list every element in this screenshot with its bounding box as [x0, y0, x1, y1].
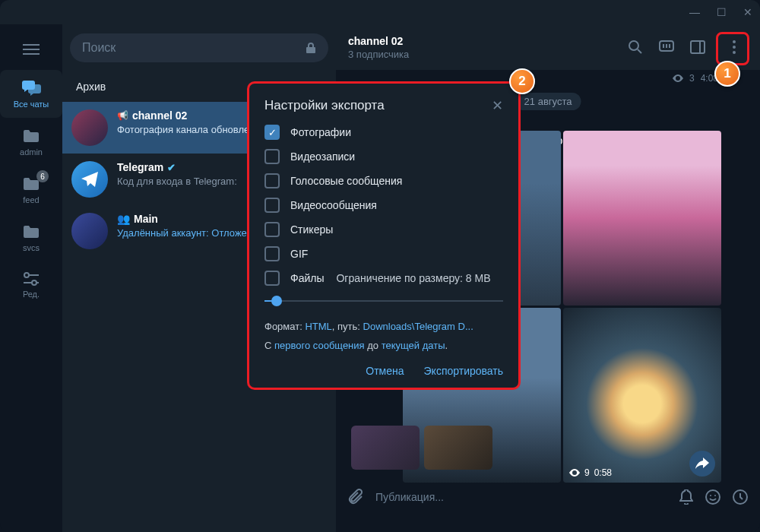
attach-icon[interactable] [348, 489, 363, 505]
media-meta: 9 0:58 [569, 467, 612, 478]
chat-header: channel 02 3 подписчика [336, 24, 760, 70]
format-line: Формат: HTML, путь: Downloads\Telegram D… [264, 321, 503, 332]
channel-sub: 3 подписчика [348, 49, 409, 60]
opt-label: Фотографии [290, 126, 351, 138]
thumbnail-row [351, 426, 492, 470]
verified-icon: ✔ [167, 162, 176, 173]
date-separator: 21 августа [515, 93, 581, 110]
lock-icon [306, 42, 316, 54]
chat-title: Telegram [117, 161, 163, 173]
opt-label: Стикеры [290, 223, 333, 236]
rail-feed[interactable]: 6 feed [0, 167, 62, 214]
rail-label: admin [20, 147, 43, 157]
folder-icon [22, 128, 40, 144]
input-bar: Публикация... [336, 477, 760, 517]
opt-label: Файлы [290, 272, 324, 284]
checkbox-videomsg[interactable] [264, 198, 280, 213]
titlebar: — ☐ ✕ [0, 0, 760, 24]
svg-point-1 [32, 280, 36, 285]
channel-title[interactable]: channel 02 [348, 35, 409, 47]
path-link[interactable]: Downloads\Telegram D... [363, 321, 473, 332]
size-limit: Ограничение по размеру: 8 MB [336, 272, 490, 284]
people-icon: 👥 [117, 213, 130, 225]
opt-label: Видеосообщения [290, 199, 377, 211]
svg-point-6 [733, 46, 736, 49]
more-button[interactable] [720, 33, 748, 61]
media-thumbnail[interactable] [424, 426, 492, 470]
left-rail: Все чаты admin 6 feed svcs Ред. [0, 24, 62, 532]
annotation-badge-1: 1 [714, 61, 740, 87]
rail-label: feed [23, 195, 39, 204]
close-button[interactable]: ✕ [492, 97, 503, 114]
rail-label: Все чаты [14, 100, 49, 109]
cancel-button[interactable]: Отмена [366, 365, 404, 377]
checkbox-voice[interactable] [264, 173, 280, 188]
checkbox-files[interactable] [264, 271, 280, 286]
checkbox-gif[interactable] [264, 246, 280, 261]
checkbox-photos[interactable]: ✓ [264, 125, 280, 140]
chats-icon [21, 79, 42, 96]
avatar [71, 213, 108, 249]
from-link[interactable]: первого сообщения [274, 340, 365, 351]
annotation-badge-2: 2 [509, 68, 535, 94]
svg-point-5 [733, 40, 736, 43]
rail-edit[interactable]: Ред. [0, 263, 62, 308]
search-placeholder: Поиск [82, 41, 116, 55]
svg-point-9 [710, 495, 711, 496]
range-line: С первого сообщения до текущей даты. [264, 340, 503, 351]
svg-point-2 [629, 41, 638, 50]
rail-admin[interactable]: admin [0, 119, 62, 166]
emoji-icon[interactable] [705, 489, 720, 505]
search-input[interactable]: Поиск [70, 33, 328, 62]
folder-icon [22, 224, 40, 239]
size-slider[interactable] [264, 295, 503, 307]
export-button[interactable]: Экспортировать [424, 365, 503, 377]
share-button[interactable] [689, 451, 715, 477]
message-input[interactable]: Публикация... [375, 491, 667, 503]
menu-button[interactable] [23, 35, 40, 68]
rail-svcs[interactable]: svcs [0, 215, 62, 261]
rail-label: Ред. [23, 290, 40, 299]
opt-label: GIF [290, 248, 308, 260]
media-thumbnail[interactable] [563, 131, 721, 306]
dialog-title: Настройки экспорта [264, 98, 385, 113]
search-icon[interactable] [628, 40, 643, 55]
maximize-button[interactable]: ☐ [717, 6, 727, 18]
format-link[interactable]: HTML [305, 321, 331, 332]
checkbox-stickers[interactable] [264, 222, 280, 237]
chat-title: channel 02 [132, 109, 187, 122]
sliders-icon [22, 272, 40, 286]
notify-icon[interactable] [679, 489, 693, 505]
speaker-icon: 📢 [117, 110, 128, 121]
opt-label: Видеозаписи [290, 150, 355, 163]
svg-point-10 [714, 495, 716, 496]
media-thumbnail[interactable]: 9 0:58 [563, 308, 721, 483]
svg-point-0 [24, 273, 29, 277]
message-meta: 3 4:08 [673, 73, 718, 84]
svg-point-8 [706, 490, 720, 504]
comments-icon[interactable] [658, 40, 675, 55]
svg-point-7 [733, 51, 736, 54]
sidepanel-icon[interactable] [690, 40, 705, 54]
avatar [71, 109, 108, 146]
media-thumbnail[interactable] [351, 426, 420, 470]
svg-rect-4 [691, 41, 705, 53]
checkbox-videos[interactable] [264, 149, 280, 164]
badge: 6 [36, 170, 49, 182]
chat-title: Main [134, 213, 158, 225]
rail-label: svcs [23, 243, 40, 252]
avatar [71, 161, 108, 198]
opt-label: Голосовые сообщения [290, 175, 402, 187]
minimize-button[interactable]: — [689, 6, 700, 18]
schedule-icon[interactable] [733, 489, 748, 505]
rail-all-chats[interactable]: Все чаты [0, 70, 62, 118]
export-dialog: Настройки экспорта ✕ ✓Фотографии Видеоза… [247, 81, 521, 390]
to-link[interactable]: текущей даты [382, 340, 445, 351]
close-window-button[interactable]: ✕ [743, 6, 752, 18]
